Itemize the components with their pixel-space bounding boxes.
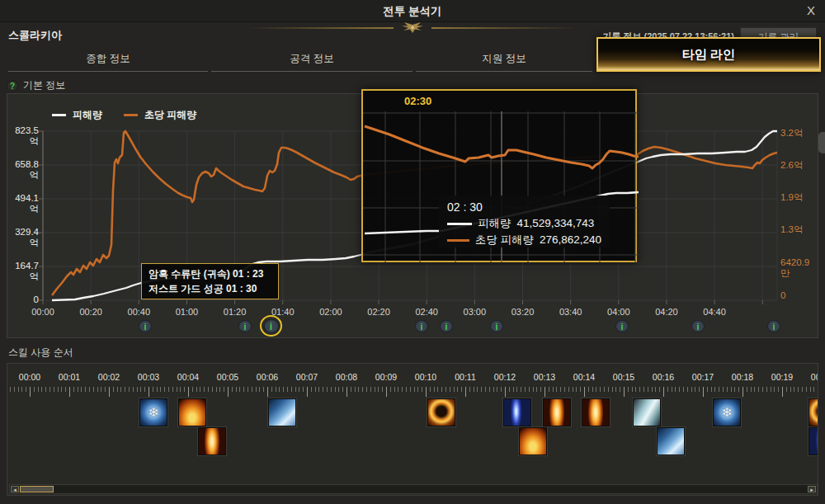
left-axis-tick: 0 bbox=[7, 294, 39, 304]
x-axis-tick: 01:00 bbox=[166, 307, 207, 317]
title-bar: 전투 분석기 X bbox=[0, 0, 825, 22]
right-axis-tick: 1.3억 bbox=[780, 224, 818, 236]
tab-support[interactable]: 지원 정보 bbox=[416, 48, 592, 72]
skill-icon-flame-burst[interactable] bbox=[543, 398, 571, 426]
timeline-time-label: 00:05 bbox=[211, 372, 244, 382]
scroll-right-icon[interactable]: ▸ bbox=[808, 486, 816, 492]
timeline-time-label: 00:02 bbox=[92, 372, 125, 382]
info-icon[interactable]: i bbox=[691, 320, 705, 332]
right-axis-tick: 3.2억 bbox=[780, 127, 818, 139]
info-icon[interactable]: i bbox=[615, 320, 629, 332]
timeline-time-label: 00:16 bbox=[647, 372, 680, 382]
timeline-time-label: 00:08 bbox=[330, 372, 363, 382]
title-ornament bbox=[248, 21, 578, 35]
skill-icon-lightning-bolt[interactable] bbox=[503, 398, 531, 426]
tooltip-damage-row: 피해량 41,529,334,743 bbox=[447, 215, 601, 232]
info-icon[interactable]: i bbox=[238, 320, 252, 332]
skill-icon-tidal-wave[interactable] bbox=[268, 398, 296, 426]
event-tooltip: 암흑 수류탄 (귀속) 01 : 23 저스트 가드 성공 01 : 30 bbox=[141, 263, 279, 299]
wing-emblem-icon bbox=[394, 22, 431, 35]
tooltip-damage-label: 피해량 bbox=[478, 215, 512, 232]
timeline-time-label: 00:07 bbox=[290, 372, 323, 382]
skill-timeline-panel: 00:0000:0100:0200:0300:0400:0500:0600:07… bbox=[7, 363, 818, 496]
chart-hover-tooltip: 02:30 02 : 30 피해량 41,529,334,743 초당 피해량 … bbox=[361, 89, 637, 262]
tab-timeline[interactable]: 타임 라인 bbox=[596, 37, 821, 72]
scrollbar-thumb[interactable] bbox=[20, 486, 54, 492]
event-tooltip-line2: 저스트 가드 성공 01 : 30 bbox=[148, 281, 271, 296]
skill-icon-fire-orb[interactable] bbox=[427, 398, 455, 426]
info-icon[interactable]: i bbox=[415, 320, 428, 332]
x-axis-tick: 04:40 bbox=[694, 307, 735, 317]
x-axis-tick: 03:00 bbox=[454, 307, 495, 317]
timeline-time-label: 00:15 bbox=[607, 372, 640, 382]
timeline-time-label: 00:11 bbox=[449, 372, 482, 382]
skill-icon-frost-vortex[interactable]: ❄ bbox=[139, 398, 167, 426]
info-icon[interactable]: i bbox=[767, 320, 780, 332]
tooltip-time: 02 : 30 bbox=[447, 199, 601, 215]
right-edge-grip[interactable] bbox=[818, 132, 825, 153]
skill-order-title: 스킬 사용 순서 bbox=[8, 346, 73, 360]
skill-icon-ice-feather[interactable] bbox=[633, 398, 661, 426]
x-axis-tick: 02:20 bbox=[358, 307, 399, 317]
battle-analyzer-window: 전투 분석기 X 스콜라키아 기록 정보 (2025.07.22 13:56:2… bbox=[0, 0, 825, 504]
left-axis-tick: 658.8억 bbox=[7, 159, 39, 181]
left-axis-tick: 329.4억 bbox=[7, 227, 39, 249]
x-axis-tick: 04:20 bbox=[646, 307, 687, 317]
tab-timeline-label: 타임 라인 bbox=[682, 47, 735, 63]
scroll-left-icon[interactable]: ◂ bbox=[11, 486, 19, 492]
legend-dps: 초당 피해량 bbox=[124, 108, 196, 122]
skill-icon-flame-wall[interactable] bbox=[519, 427, 547, 455]
event-marker-highlight-ring[interactable]: i bbox=[260, 315, 282, 337]
timeline-time-label: 00:18 bbox=[726, 372, 759, 382]
x-axis-tick: 03:20 bbox=[502, 307, 544, 317]
timeline-time-label: 00:13 bbox=[528, 372, 561, 382]
right-axis-tick: 6420.9만 bbox=[780, 257, 818, 280]
skill-icon-tidal-wave[interactable] bbox=[657, 427, 685, 455]
timeline-time-label: 00:10 bbox=[409, 372, 442, 382]
timeline-time-label: 00:09 bbox=[370, 372, 403, 382]
timeline-time-label: 00:00 bbox=[13, 372, 46, 382]
timeline-scrollbar[interactable]: ◂ ▸ bbox=[9, 484, 818, 494]
timeline-time-label: 00:19 bbox=[766, 372, 799, 382]
skill-icon-flame-wall[interactable] bbox=[178, 398, 206, 426]
x-axis-tick: 02:40 bbox=[406, 307, 447, 317]
skill-order-section-label: 스킬 사용 순서 bbox=[8, 346, 73, 360]
dps-line-swatch bbox=[124, 114, 138, 116]
x-axis-tick: 04:00 bbox=[598, 307, 639, 317]
x-axis-tick: 03:40 bbox=[550, 307, 592, 317]
skill-icon-flame-burst[interactable] bbox=[198, 427, 226, 455]
left-axis-tick: 164.7억 bbox=[7, 261, 39, 283]
skill-icon-lightning-bolt[interactable] bbox=[808, 427, 818, 455]
snowflake-glyph: ❄ bbox=[148, 405, 159, 420]
boss-name: 스콜라키아 bbox=[8, 28, 62, 43]
info-icon[interactable]: i bbox=[264, 319, 279, 333]
skill-icon-frost-vortex[interactable]: ❄ bbox=[713, 398, 741, 426]
timeline-time-label: 00:03 bbox=[132, 372, 165, 382]
tooltip-legend-box: 02 : 30 피해량 41,529,334,743 초당 피해량 276,86… bbox=[439, 195, 610, 247]
snowflake-glyph: ❄ bbox=[722, 405, 733, 420]
help-icon[interactable]: ? bbox=[7, 80, 18, 92]
timeline-time-label: 00:01 bbox=[53, 372, 86, 382]
tab-summary[interactable]: 종합 정보 bbox=[8, 48, 208, 72]
timeline-ruler-major-ticks bbox=[30, 387, 813, 397]
skill-icon-flame-burst[interactable] bbox=[582, 398, 610, 426]
right-axis-tick: 1.9억 bbox=[780, 191, 818, 204]
info-icon[interactable]: i bbox=[490, 320, 503, 332]
tab-attack[interactable]: 공격 정보 bbox=[211, 48, 412, 72]
timeline-time-label: 00:06 bbox=[251, 372, 284, 382]
skill-icon-fire-orb[interactable] bbox=[808, 398, 818, 426]
legend-damage-label: 피해량 bbox=[73, 108, 102, 122]
basic-info-section-label: ? 기본 정보 bbox=[7, 78, 65, 92]
right-axis-tick: 2.6억 bbox=[780, 159, 818, 172]
x-axis-tick: 02:00 bbox=[310, 307, 351, 317]
legend-damage: 피해량 bbox=[52, 108, 102, 122]
x-axis-tick: 01:20 bbox=[214, 307, 256, 317]
damage-line-swatch bbox=[52, 114, 66, 116]
event-tooltip-line1: 암흑 수류탄 (귀속) 01 : 23 bbox=[148, 266, 271, 281]
dps-line-swatch bbox=[447, 239, 469, 242]
info-icon[interactable]: i bbox=[440, 320, 453, 332]
close-button[interactable]: X bbox=[807, 3, 815, 17]
left-axis-tick: 494.1억 bbox=[7, 193, 39, 215]
tooltip-dps-row: 초당 피해량 276,862,240 bbox=[447, 232, 601, 248]
info-icon[interactable]: i bbox=[139, 320, 152, 332]
